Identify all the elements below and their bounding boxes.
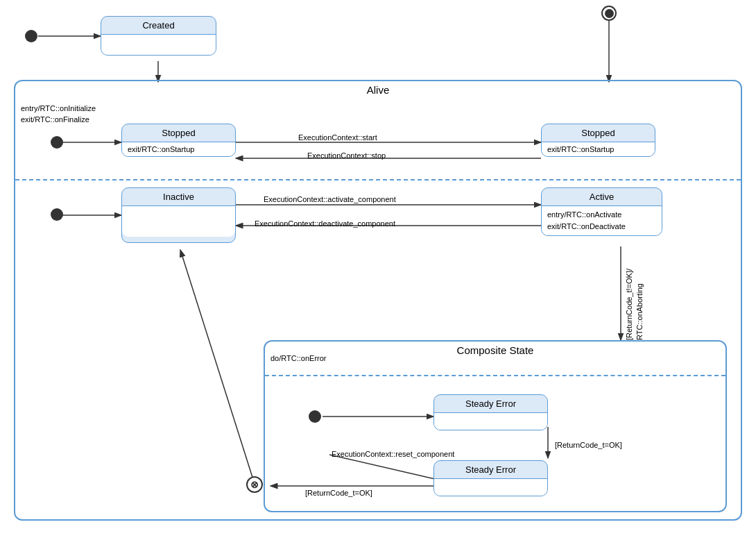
return-code-abort-label: [ReturnCode_t!=OK]/RTC::onAborting <box>624 250 645 340</box>
inactive-state: Inactive <box>121 187 236 243</box>
active-body: entry/RTC::onActivateexit/RTC::onDeactiv… <box>542 205 662 235</box>
active-state: Active entry/RTC::onActivateexit/RTC::on… <box>541 187 662 236</box>
steady-error-top-body <box>434 412 547 430</box>
return-ok-2-label: [ReturnCode_t=OK] <box>305 489 372 497</box>
steady-error-bottom-title: Steady Error <box>434 461 547 478</box>
diagram-container: Created Alive entry/RTC::onInitialize ex… <box>0 0 756 538</box>
final-state-inner <box>605 9 614 18</box>
initial-state-alive-stopped <box>51 136 63 149</box>
steady-error-top: Steady Error <box>433 394 548 430</box>
stopped-left-body: exit/RTC::onStartup <box>122 142 235 156</box>
created-state-title: Created <box>101 17 216 34</box>
return-ok-1-label: [ReturnCode_t=OK] <box>555 441 622 449</box>
composite-do-label: do/RTC::onError <box>270 354 327 362</box>
created-state-body <box>101 34 216 55</box>
initial-state-top <box>25 30 37 42</box>
inactive-title: Inactive <box>122 188 235 205</box>
composite-title: Composite State <box>265 342 725 359</box>
stopped-right-body: exit/RTC::onStartup <box>542 142 655 156</box>
dashed-separator <box>15 179 741 180</box>
initial-state-composite <box>309 410 321 423</box>
ec-start-label: ExecutionContext::start <box>298 133 377 142</box>
ec-stop-label: ExecutionContext::stop <box>307 151 386 160</box>
alive-entry-exit-label: entry/RTC::onInitialize exit/RTC::onFina… <box>21 103 96 125</box>
initial-state-alive-inactive <box>51 208 63 221</box>
inactive-body <box>122 205 235 237</box>
ec-activate-label: ExecutionContext::activate_component <box>264 195 396 203</box>
terminate-state: ⊗ <box>246 476 263 493</box>
steady-error-bottom-body <box>434 478 547 496</box>
created-state: Created <box>101 16 216 56</box>
ec-deactivate-label: ExecutionContext::deactivate_component <box>255 219 395 228</box>
stopped-right-state: Stopped exit/RTC::onStartup <box>541 124 655 157</box>
final-state <box>601 6 617 21</box>
stopped-left-title: Stopped <box>122 124 235 142</box>
steady-error-bottom: Steady Error <box>433 460 548 496</box>
alive-title: Alive <box>15 81 741 99</box>
ec-reset-label: ExecutionContext::reset_component <box>332 450 454 458</box>
active-title: Active <box>542 188 662 205</box>
steady-error-top-title: Steady Error <box>434 395 547 412</box>
composite-dashed <box>265 375 725 376</box>
stopped-right-title: Stopped <box>542 124 655 142</box>
stopped-left-state: Stopped exit/RTC::onStartup <box>121 124 236 157</box>
